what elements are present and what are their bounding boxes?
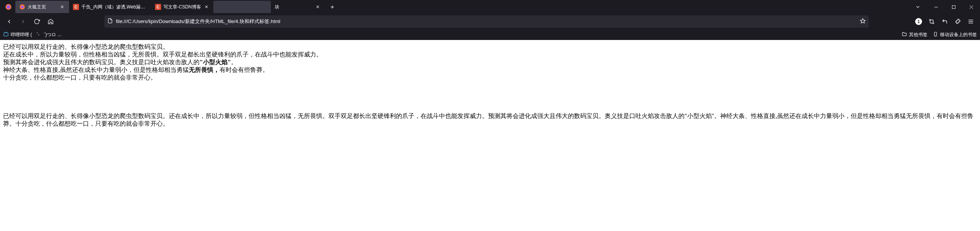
firefox-icon [19,4,25,10]
csdn-icon: C [73,4,79,10]
url-bar[interactable]: file:///C:/Users/lipin/Downloads/新建文件夹/H… [104,15,869,28]
svg-rect-5 [952,5,955,8]
back-button[interactable] [3,15,15,28]
close-tab-icon[interactable]: ✕ [203,4,210,10]
text-line: 预测其将会进化成强大且伟大的数码宝贝。奥义技是口吐火焰攻击敌人的"小型火焰"。 [3,58,977,66]
svg-point-3 [21,6,24,8]
bookmark-star-icon[interactable] [860,18,866,25]
minimize-button[interactable] [927,1,945,13]
tab-title: 写文章-CSDN博客 [163,4,201,10]
url-text[interactable]: file:///C:/Users/lipin/Downloads/新建文件夹/H… [116,18,857,25]
svg-rect-12 [4,33,8,36]
bookmarks-bar: 哔哩哔哩 ( ゜- ゜)つロ … 其他书签移动设备上的书签 [0,29,980,40]
new-tab-button[interactable]: ＋ [327,2,338,12]
forward-share-icon[interactable] [939,15,951,28]
browser-tab[interactable]: 块✕ [271,1,325,13]
mobile-icon [933,32,938,38]
file-icon [107,18,113,25]
tab-bar: 火狐主页✕C千负_内网（域）渗透,Web漏洞…C写文章-CSDN博客✕块✕ ＋ [0,0,980,14]
bookmark-label: 哔哩哔哩 ( ゜- ゜)つロ … [11,32,62,38]
close-window-button[interactable] [962,1,980,13]
tab-title: 千负_内网（域）渗透,Web漏洞… [81,4,147,10]
paragraph-block: 已经可以用双足行走的、长得像小型恐龙的爬虫型数码宝贝。还在成长中，所以力量较弱，… [3,112,977,128]
svg-point-1 [7,5,10,9]
text-line: 神经大条、性格直接,虽然还在成长中力量弱小，但是性格却相当勇猛无所畏惧，有时会有… [3,66,977,74]
browser-tab[interactable]: C写文章-CSDN博客✕ [151,1,213,13]
close-tab-icon[interactable]: ✕ [59,4,65,10]
home-button[interactable] [45,15,57,28]
forward-button[interactable] [17,15,29,28]
browser-tab[interactable]: C千负_内网（域）渗透,Web漏洞… [69,1,151,13]
reload-button[interactable] [31,15,43,28]
tab-title: 火狐主页 [28,4,57,10]
bookmark-item[interactable]: 其他书签 [902,32,927,38]
bookmark-label: 其他书签 [909,32,927,38]
firefox-app-icon [3,2,14,12]
close-tab-icon[interactable]: ✕ [315,4,321,10]
crop-icon[interactable] [926,15,938,28]
extension-badge-button[interactable]: 1 [912,15,925,28]
text-line: 已经可以用双足行走的、长得像小型恐龙的爬虫型数码宝贝。 [3,43,977,51]
app-menu-button[interactable] [965,15,977,28]
bookmark-item[interactable]: 移动设备上的书签 [933,32,977,38]
text-line: 还在成长中，所以力量较弱，但性格相当凶猛，无所畏惧。双手双足都长出坚硬锋利的爪子… [3,51,977,58]
bilibili-icon [3,31,9,38]
text-line: 十分贪吃，什么都想吃一口，只要有吃的就会非常开心。 [3,74,977,81]
browser-tab[interactable] [213,1,271,13]
csdn-icon: C [155,4,161,10]
nav-bar: file:///C:/Users/lipin/Downloads/新建文件夹/H… [0,14,980,29]
folder-icon [902,32,907,38]
tabs-dropdown-button[interactable] [912,1,924,13]
bookmark-label: 移动设备上的书签 [940,32,977,38]
maximize-button[interactable] [945,1,962,13]
extensions-icon[interactable] [952,15,964,28]
page-content: 已经可以用双足行走的、长得像小型恐龙的爬虫型数码宝贝。还在成长中，所以力量较弱，… [0,40,980,131]
tab-title: 块 [275,4,312,10]
window-controls [927,1,980,13]
bookmark-item[interactable]: 哔哩哔哩 ( ゜- ゜)つロ … [3,31,62,38]
svg-marker-8 [860,18,865,23]
browser-tab[interactable]: 火狐主页✕ [15,1,69,13]
